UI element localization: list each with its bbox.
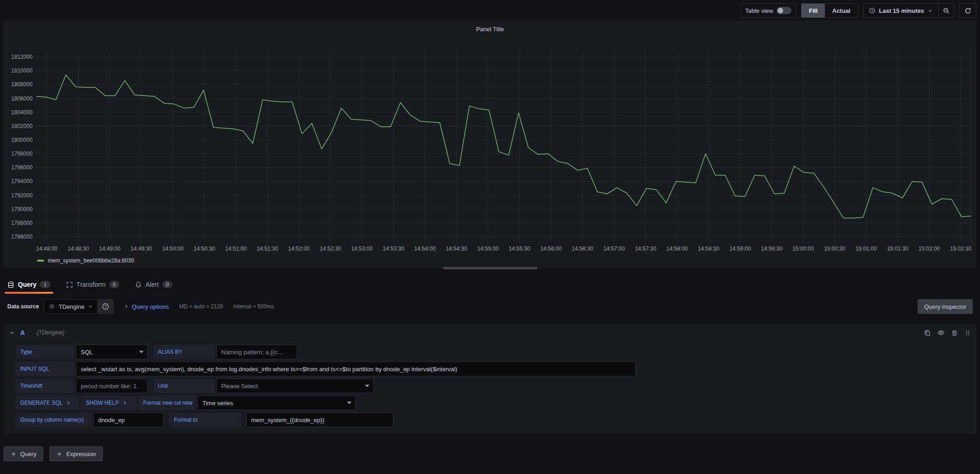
- form-row-input-sql: INPUT SQL: [16, 362, 971, 376]
- tab-query[interactable]: Query 1: [7, 275, 50, 294]
- tab-alert[interactable]: Alert 0: [135, 275, 173, 294]
- angle-right-icon: [123, 304, 129, 309]
- show-help-button[interactable]: SHOW HELP: [81, 396, 137, 410]
- refresh-button[interactable]: [959, 4, 976, 17]
- x-axis-tick-label: 15:00:30: [824, 245, 846, 252]
- input-sql-label: INPUT SQL: [16, 362, 74, 376]
- legend-series-label[interactable]: mem_system_bee006bbe28a:6030: [48, 257, 134, 264]
- editor-footer: Query Expression: [4, 446, 976, 461]
- angle-right-icon: [123, 401, 127, 405]
- y-axis-tick-label: 1798000: [11, 151, 33, 157]
- tab-transform[interactable]: Transform 0: [66, 275, 119, 294]
- y-axis-tick-label: 1788000: [11, 220, 33, 226]
- time-range-picker[interactable]: Last 15 minutes: [863, 4, 938, 17]
- chevron-down-icon: [928, 8, 933, 13]
- form-row-group-by: Group by column name(s) Format to: [16, 413, 971, 427]
- format-select-value: Time series: [202, 400, 233, 407]
- type-select-value: SQL: [81, 349, 93, 356]
- timeshift-input[interactable]: [76, 379, 148, 393]
- format-to-input[interactable]: [246, 413, 393, 427]
- add-expression-button[interactable]: Expression: [50, 446, 102, 461]
- x-axis-tick-label: 14:59:00: [729, 245, 751, 252]
- x-axis-tick-label: 14:58:00: [666, 245, 688, 252]
- add-query-button[interactable]: Query: [4, 446, 43, 461]
- collapse-query-chevron-icon[interactable]: [9, 330, 15, 335]
- x-axis-tick-label: 15:01:00: [856, 245, 877, 252]
- form-row-generate-format: GENERATE SQL SHOW HELP Format new col ne…: [16, 396, 971, 410]
- x-axis-tick-label: 14:51:00: [225, 245, 247, 252]
- y-axis-tick-label: 1808000: [11, 81, 33, 88]
- interval-text: Interval = 500ms: [233, 303, 274, 310]
- query-ref-id[interactable]: A: [20, 329, 25, 336]
- query-form: Type SQL ALIAS BY INPUT SQL Timeshift Un…: [4, 341, 976, 427]
- delete-query-trash-icon[interactable]: [951, 329, 958, 336]
- chart-plot-area[interactable]: [36, 50, 971, 244]
- bell-icon: [135, 281, 142, 288]
- generate-sql-button[interactable]: GENERATE SQL: [16, 396, 79, 410]
- x-axis-tick-label: 15:01:30: [887, 245, 908, 252]
- y-axis-tick-label: 1804000: [11, 109, 33, 116]
- add-query-label: Query: [20, 451, 36, 457]
- editor-tabs: Query 1 Transform 0 Alert 0: [0, 275, 980, 294]
- select-caret-icon: [365, 385, 370, 387]
- tab-transform-count: 0: [109, 281, 119, 288]
- help-circle-icon: ?: [102, 303, 109, 310]
- max-data-points-text: MD = auto = 2128: [179, 303, 223, 310]
- y-axis-tick-label: 1812000: [11, 54, 33, 60]
- series-color-marker: [37, 260, 44, 262]
- svg-text:?: ?: [104, 304, 106, 309]
- x-axis-tick-label: 14:58:30: [698, 245, 719, 252]
- query-actions: [924, 329, 971, 336]
- panel-title[interactable]: Panel Title: [4, 22, 976, 33]
- y-axis-tick-label: 1790000: [11, 206, 33, 212]
- y-axis-tick-label: 1802000: [11, 123, 33, 129]
- input-sql-input[interactable]: [76, 362, 636, 376]
- y-axis-tick-label: 1792000: [11, 192, 33, 199]
- x-axis-tick-label: 14:56:30: [572, 245, 594, 252]
- x-axis-tick-label: 15:02:00: [918, 245, 940, 252]
- format-select[interactable]: Time series: [197, 396, 356, 410]
- x-axis-tick-label: 14:51:30: [257, 245, 278, 252]
- table-view-label: Table view: [745, 7, 773, 14]
- chart-svg: [36, 50, 971, 244]
- y-axis-tick-label: 1786000: [11, 234, 33, 240]
- refresh-group: [959, 3, 976, 18]
- panel-resize-handle[interactable]: [443, 267, 537, 269]
- toggle-visibility-eye-icon[interactable]: [937, 329, 945, 336]
- drag-handle-icon[interactable]: [964, 329, 971, 336]
- format-to-label: Format to: [169, 413, 241, 427]
- group-by-input[interactable]: [93, 413, 164, 427]
- unit-select-placeholder: Please Select: [221, 383, 258, 390]
- actual-button[interactable]: Actual: [825, 4, 858, 17]
- type-select[interactable]: SQL: [76, 345, 148, 359]
- y-axis-tick-label: 1810000: [11, 67, 33, 74]
- time-range-label: Last 15 minutes: [879, 7, 924, 14]
- query-inspector-button[interactable]: Query inspector: [918, 299, 973, 314]
- legend: mem_system_bee006bbe28a:6030: [37, 257, 134, 264]
- x-axis-tick-label: 14:56:00: [540, 245, 562, 252]
- refresh-icon: [964, 7, 971, 14]
- datasource-help-button[interactable]: ?: [98, 299, 113, 314]
- x-axis-tick-label: 14:55:30: [509, 245, 530, 252]
- query-options-toggle[interactable]: Query options: [123, 303, 169, 310]
- alias-by-input[interactable]: [216, 345, 297, 359]
- unit-select[interactable]: Please Select: [216, 379, 374, 393]
- chevron-down-icon: [88, 304, 93, 309]
- tab-alert-count: 0: [162, 281, 173, 288]
- y-axis-tick-label: 1800000: [11, 137, 33, 143]
- datasource-picker[interactable]: TDengine: [44, 299, 98, 314]
- datasource-value: TDengine: [59, 303, 84, 310]
- select-caret-icon: [139, 351, 144, 353]
- add-expression-label: Expression: [66, 451, 95, 457]
- duplicate-query-icon[interactable]: [924, 329, 931, 336]
- zoom-out-button[interactable]: [938, 4, 954, 17]
- fill-button[interactable]: Fill: [801, 4, 825, 17]
- x-axis-tick-label: 14:48:30: [67, 245, 89, 252]
- query-row-header: A (TDengine): [4, 324, 976, 341]
- x-axis-tick-label: 15:00:00: [792, 245, 814, 252]
- x-axis-tick-label: 14:52:00: [288, 245, 310, 252]
- tab-query-count: 1: [40, 281, 50, 288]
- y-axis-tick-label: 1796000: [11, 164, 33, 171]
- table-view-control: Table view: [740, 3, 797, 18]
- table-view-toggle[interactable]: [777, 7, 791, 14]
